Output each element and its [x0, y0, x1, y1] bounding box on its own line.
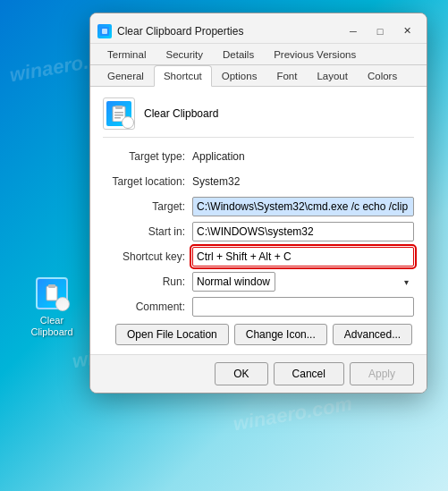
action-buttons: Open File Location Change Icon... Advanc…	[103, 324, 414, 345]
svg-rect-6	[114, 112, 123, 114]
dialog-app-icon	[99, 26, 110, 37]
shortcut-key-input[interactable]	[192, 247, 414, 267]
run-row: Run: Normal window	[103, 272, 414, 292]
clipboard-icon	[43, 284, 61, 302]
start-in-input[interactable]	[192, 222, 414, 241]
target-type-label: Target type:	[103, 150, 192, 163]
run-select[interactable]: Normal window	[192, 272, 275, 292]
app-header: Clear Clipboard	[103, 97, 414, 138]
tabs-row-1: Terminal Security Details Previous Versi…	[90, 44, 427, 65]
target-type-value: Application	[192, 150, 414, 163]
comment-label: Comment:	[103, 301, 192, 313]
tab-terminal[interactable]: Terminal	[97, 44, 156, 64]
svg-rect-1	[48, 284, 55, 288]
open-file-location-button[interactable]: Open File Location	[115, 324, 229, 345]
watermark-5: winaero.com	[232, 393, 354, 436]
svg-rect-0	[46, 286, 57, 301]
app-icon-inner	[106, 101, 131, 126]
svg-rect-7	[114, 114, 123, 116]
start-in-label: Start in:	[103, 225, 192, 238]
properties-dialog: Clear Clipboard Properties ─ □ ✕ Termina…	[89, 13, 427, 394]
target-location-value: System32	[192, 175, 414, 188]
tab-previous-versions[interactable]: Previous Versions	[264, 44, 366, 64]
app-icon-box	[103, 97, 135, 130]
dialog-title: Clear Clipboard Properties	[117, 25, 341, 38]
target-input[interactable]	[192, 197, 414, 216]
svg-rect-8	[114, 117, 121, 119]
shortcut-key-label: Shortcut key:	[103, 250, 192, 263]
change-icon-button[interactable]: Change Icon...	[234, 324, 327, 345]
start-in-row: Start in:	[103, 222, 414, 241]
app-name-label: Clear Clipboard	[144, 107, 218, 120]
ok-button[interactable]: OK	[215, 362, 267, 385]
tab-general[interactable]: General	[97, 65, 154, 86]
dialog-footer: OK Cancel Apply	[90, 354, 427, 393]
apply-button[interactable]: Apply	[350, 362, 414, 385]
tab-details[interactable]: Details	[213, 44, 264, 64]
cancel-button[interactable]: Cancel	[274, 362, 344, 385]
advanced-button[interactable]: Advanced...	[333, 324, 412, 345]
tab-layout[interactable]: Layout	[307, 65, 358, 86]
title-bar: Clear Clipboard Properties ─ □ ✕	[90, 13, 427, 44]
tab-colors[interactable]: Colors	[358, 65, 407, 86]
desktop-icon-clear-clipboard[interactable]: Clear Clipboard	[25, 277, 79, 338]
desktop-icon-label: Clear Clipboard	[25, 315, 79, 338]
target-location-row: Target location: System32	[103, 172, 414, 191]
target-type-row: Target type: Application	[103, 147, 414, 166]
tab-security[interactable]: Security	[156, 44, 213, 64]
comment-input[interactable]	[192, 297, 414, 317]
comment-row: Comment:	[103, 297, 414, 317]
target-label: Target:	[103, 200, 192, 213]
run-select-wrapper: Normal window	[192, 272, 414, 292]
maximize-button[interactable]: □	[368, 21, 393, 41]
tab-shortcut[interactable]: Shortcut	[154, 65, 212, 87]
target-row: Target:	[103, 197, 414, 216]
run-label: Run:	[103, 275, 192, 288]
shortcut-key-row: Shortcut key:	[103, 247, 414, 267]
tabs-row-2: General Shortcut Options Font Layout Col…	[90, 65, 427, 87]
target-location-label: Target location:	[103, 175, 192, 188]
title-bar-icon	[97, 24, 112, 38]
desktop-icon-image	[36, 277, 68, 309]
minimize-button[interactable]: ─	[341, 21, 366, 41]
tab-options[interactable]: Options	[212, 65, 267, 86]
app-clipboard-icon	[111, 106, 127, 122]
window-controls: ─ □ ✕	[341, 21, 419, 41]
dialog-content: Clear Clipboard Target type: Application…	[90, 87, 427, 354]
svg-rect-5	[115, 106, 123, 109]
close-button[interactable]: ✕	[394, 21, 419, 41]
svg-rect-3	[102, 29, 107, 34]
tab-font[interactable]: Font	[266, 65, 307, 86]
